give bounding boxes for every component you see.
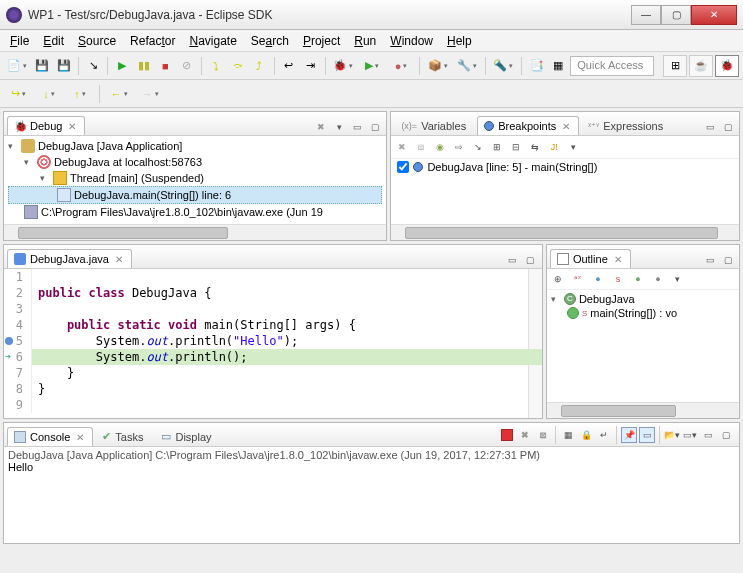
expand-button[interactable]: ⊞ [489, 139, 505, 155]
menu-navigate[interactable]: Navigate [183, 32, 242, 50]
breakpoint-checkbox[interactable] [397, 161, 409, 173]
run-last-button[interactable]: ● [388, 56, 414, 76]
horizontal-scrollbar[interactable] [4, 224, 386, 240]
toggle-mark-button[interactable]: 📑 [527, 56, 546, 76]
expressions-tab[interactable]: ᵡ⁺ʸ Expressions [581, 116, 672, 135]
prev-edit-button[interactable]: ↪ [4, 84, 32, 104]
menu-run[interactable]: Run [348, 32, 382, 50]
quick-access-input[interactable]: Quick Access [570, 56, 654, 76]
open-console-button[interactable]: 📂▾ [664, 427, 680, 443]
add-exception-button[interactable]: J! [546, 139, 562, 155]
menu-edit[interactable]: Edit [37, 32, 70, 50]
maximize-icon[interactable]: ▢ [718, 427, 734, 443]
display-tab[interactable]: ▭ Display [154, 426, 220, 446]
outline-menu-button[interactable]: ▾ [669, 271, 687, 287]
bp-menu-button[interactable]: ▾ [565, 139, 581, 155]
skip-breakpoints-button[interactable]: ↘ [84, 56, 103, 76]
prev-annotation-button[interactable]: ↑ [66, 84, 94, 104]
sort-button[interactable]: ᵃᶻ [569, 271, 587, 287]
next-annotation-button[interactable]: ↓ [35, 84, 63, 104]
scroll-lock-button[interactable]: 🔒 [578, 427, 594, 443]
resume-button[interactable]: ▶ [113, 56, 132, 76]
open-perspective-button[interactable]: ⊞ [663, 55, 687, 77]
maximize-icon[interactable]: ▢ [523, 252, 539, 268]
debug-perspective-button[interactable]: 🐞 [715, 55, 739, 77]
debug-tab[interactable]: 🐞 Debug ✕ [7, 116, 85, 135]
skip-bp-button[interactable]: ↘ [470, 139, 486, 155]
editor-tab[interactable]: DebugJava.java ✕ [7, 249, 132, 268]
console-tab[interactable]: Console ✕ [7, 427, 93, 446]
outline-class-node[interactable]: ▾DebugJava [551, 292, 735, 306]
step-return-button[interactable]: ⤴ [250, 56, 269, 76]
breakpoints-tab[interactable]: Breakpoints ✕ [477, 116, 579, 135]
breakpoint-marker[interactable] [5, 337, 13, 345]
new-java-button[interactable]: 📦 [425, 56, 451, 76]
menu-project[interactable]: Project [297, 32, 346, 50]
new-button[interactable]: 📄 [4, 56, 30, 76]
close-icon[interactable]: ✕ [115, 254, 123, 265]
step-filters-button[interactable]: ⇥ [301, 56, 320, 76]
debug-process-node[interactable]: C:\Program Files\Java\jre1.8.0_102\bin\j… [8, 204, 382, 220]
console-output[interactable]: DebugJava [Java Application] C:\Program … [4, 447, 739, 475]
debug-target-node[interactable]: ▾DebugJava at localhost:58763 [8, 154, 382, 170]
menu-refactor[interactable]: Refactor [124, 32, 181, 50]
minimize-icon[interactable]: ▭ [702, 252, 718, 268]
remove-all-bp-button[interactable]: ⦻ [413, 139, 429, 155]
debug-dropdown[interactable]: 🐞 [330, 56, 356, 76]
clear-console-button[interactable]: ▦ [560, 427, 576, 443]
word-wrap-button[interactable]: ↵ [596, 427, 612, 443]
suspend-button[interactable]: ▮▮ [135, 56, 154, 76]
focus-button[interactable]: ⊕ [549, 271, 567, 287]
toggle-block-button[interactable]: ▦ [549, 56, 568, 76]
close-icon[interactable]: ✕ [76, 432, 84, 443]
terminate-button[interactable]: ■ [156, 56, 175, 76]
save-button[interactable]: 💾 [33, 56, 52, 76]
disconnect-button[interactable]: ⊘ [178, 56, 197, 76]
close-icon[interactable]: ✕ [68, 121, 76, 132]
debug-frame-node[interactable]: DebugJava.main(String[]) line: 6 [8, 186, 382, 204]
menu-window[interactable]: Window [384, 32, 439, 50]
breakpoint-item[interactable]: DebugJava [line: 5] - main(String[]) [391, 159, 739, 175]
variables-tab[interactable]: (x)= Variables [394, 116, 475, 135]
tasks-tab[interactable]: ✔ Tasks [95, 426, 152, 446]
minimize-icon[interactable]: ▭ [700, 427, 716, 443]
horizontal-scrollbar[interactable] [391, 224, 739, 240]
drop-frame-button[interactable]: ↩ [280, 56, 299, 76]
hide-fields-button[interactable]: ● [589, 271, 607, 287]
link-button[interactable]: ⇆ [527, 139, 543, 155]
remove-bp-button[interactable]: ✖ [394, 139, 410, 155]
menu-file[interactable]: File [4, 32, 35, 50]
close-icon[interactable]: ✕ [562, 121, 570, 132]
show-bp-button[interactable]: ◉ [432, 139, 448, 155]
show-stdout-button[interactable]: ▭ [639, 427, 655, 443]
maximize-button[interactable]: ▢ [661, 5, 691, 25]
search-button[interactable]: 🔦 [491, 56, 517, 76]
pin-console-button[interactable]: 📌 [621, 427, 637, 443]
run-dropdown[interactable]: ▶ [359, 56, 385, 76]
menu-help[interactable]: Help [441, 32, 478, 50]
terminate-console-button[interactable] [499, 427, 515, 443]
minimize-icon[interactable]: ▭ [505, 252, 521, 268]
back-button[interactable]: ← [105, 84, 133, 104]
maximize-icon[interactable]: ▢ [720, 119, 736, 135]
new-class-button[interactable]: 🔧 [454, 56, 480, 76]
step-over-button[interactable]: ⤼ [229, 56, 248, 76]
horizontal-scrollbar[interactable] [547, 402, 739, 418]
minimize-icon[interactable]: ▭ [702, 119, 718, 135]
forward-button[interactable]: → [136, 84, 164, 104]
hide-local-button[interactable]: ● [649, 271, 667, 287]
maximize-icon[interactable]: ▢ [367, 119, 383, 135]
close-icon[interactable]: ✕ [614, 254, 622, 265]
java-perspective-button[interactable]: ☕ [689, 55, 713, 77]
save-all-button[interactable]: 💾 [54, 56, 73, 76]
display-selected-button[interactable]: ▭▾ [682, 427, 698, 443]
menu-search[interactable]: Search [245, 32, 295, 50]
hide-nonpublic-button[interactable]: ● [629, 271, 647, 287]
minimize-icon[interactable]: ▭ [349, 119, 365, 135]
menu-source[interactable]: Source [72, 32, 122, 50]
remove-launch-button[interactable]: ✖ [517, 427, 533, 443]
debug-remove-button[interactable]: ✖ [313, 119, 329, 135]
collapse-button[interactable]: ⊟ [508, 139, 524, 155]
goto-file-button[interactable]: ⇨ [451, 139, 467, 155]
close-button[interactable]: ✕ [691, 5, 737, 25]
